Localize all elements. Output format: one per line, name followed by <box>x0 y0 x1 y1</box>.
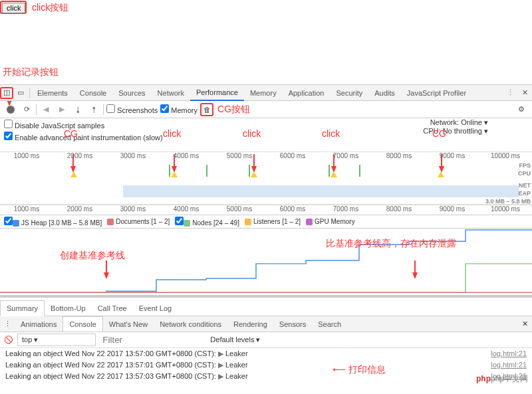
prev-icon[interactable]: ◀ <box>39 103 53 116</box>
console-messages: Leaking an object Wed Nov 22 2017 13:57:… <box>0 348 532 382</box>
console-row[interactable]: Leaking an object Wed Nov 22 2017 13:57:… <box>0 359 532 371</box>
next-icon[interactable]: ▶ <box>55 103 68 116</box>
tab-calltree[interactable]: Call Tree <box>92 301 133 316</box>
console-filter-input[interactable] <box>100 334 206 346</box>
save-icon[interactable]: ⭱ <box>87 103 100 116</box>
tab-bottomup[interactable]: Bottom-Up <box>45 301 92 316</box>
settings-icon[interactable]: ⚙ <box>515 103 528 116</box>
performance-options: Disable JavaScript samples Enable advanc… <box>4 118 528 142</box>
tab-network[interactable]: Network <box>152 86 190 100</box>
drawer-tab-whatsnew[interactable]: What's New <box>103 317 154 332</box>
console-row[interactable]: Leaking an object Wed Nov 22 2017 13:57:… <box>0 348 532 359</box>
clear-console-icon[interactable]: 🚫 <box>4 336 13 344</box>
drawer-tabs: ⋮ Animations Console What's New Network … <box>0 316 532 332</box>
network-throttling-select[interactable]: Network: Online ▾ <box>423 118 488 127</box>
drawer-close-icon[interactable]: ✕ <box>517 320 532 328</box>
documents-toggle[interactable]: Documents [1 – 2] <box>107 218 170 225</box>
annotation-start-record: 开始记录按钮 <box>3 66 59 78</box>
drawer-tab-sensors[interactable]: Sensors <box>273 317 312 332</box>
load-icon[interactable]: ⭳ <box>71 103 84 116</box>
devtools-tabs: ◫ ▭ Elements Console Sources Network Per… <box>0 84 532 101</box>
device-icon[interactable]: ▭ <box>13 88 28 97</box>
jsheap-toggle[interactable]: JS Heap [3.0 MB – 5.8 MB] <box>4 217 102 227</box>
tab-jsprofiler[interactable]: JavaScript Profiler <box>401 86 472 100</box>
tab-audits[interactable]: Audits <box>368 86 401 100</box>
console-row[interactable]: Leaking an object Wed Nov 22 2017 13:57:… <box>0 371 532 382</box>
click-button[interactable]: click <box>2 3 25 13</box>
timeline-ruler-detail[interactable]: 1000 ms2000 ms3000 ms4000 ms5000 ms6000 … <box>0 205 532 215</box>
reload-button[interactable]: ⟳ <box>20 103 33 116</box>
memory-checkbox[interactable]: Memory <box>160 104 198 114</box>
net-label: NET <box>519 182 531 189</box>
console-toolbar: 🚫 top ▾ Default levels ▾ <box>0 332 532 348</box>
enable-paint-checkbox[interactable]: Enable advanced paint instrumentation (s… <box>4 132 163 142</box>
annotation-click-button: click按钮 <box>32 2 68 14</box>
drawer-tab-console[interactable]: Console <box>63 316 102 332</box>
performance-toolbar: ⟳ ◀ ▶ ⭳ ⭱ Screenshots Memory 🗑 CG按钮 ⚙ <box>0 101 532 118</box>
annotation-cg-button: CG按钮 <box>217 104 250 116</box>
source-link[interactable]: log.html:21 <box>491 349 527 358</box>
details-tabs: Summary Bottom-Up Call Tree Event Log <box>0 300 532 316</box>
inspect-icon[interactable]: ◫ <box>0 87 13 99</box>
performance-overview[interactable]: FPS CPU NET HEAP 3.0 MB – 5.8 MB <box>0 162 532 205</box>
drawer-tab-network[interactable]: Network conditions <box>154 317 227 332</box>
close-icon[interactable]: ✕ <box>517 88 532 97</box>
heap-range: 3.0 MB – 5.8 MB <box>485 198 531 205</box>
fps-label: FPS <box>519 162 531 169</box>
drawer-tab-rendering[interactable]: Rendering <box>227 317 273 332</box>
tab-eventlog[interactable]: Event Log <box>133 301 178 316</box>
drawer-menu-icon[interactable]: ⋮ <box>0 320 15 328</box>
disable-js-samples-checkbox[interactable]: Disable JavaScript samples <box>4 120 104 130</box>
tab-sources[interactable]: Sources <box>112 86 151 100</box>
collect-garbage-button[interactable]: 🗑 <box>200 103 213 116</box>
screenshots-checkbox[interactable]: Screenshots <box>106 104 158 114</box>
record-button[interactable] <box>4 103 17 116</box>
drawer-tab-search[interactable]: Search <box>312 317 347 332</box>
nodes-toggle[interactable]: Nodes [24 – 49] <box>175 217 239 227</box>
tab-performance[interactable]: Performance <box>190 85 244 101</box>
tab-elements[interactable]: Elements <box>31 86 74 100</box>
tab-memory[interactable]: Memory <box>244 86 283 100</box>
cpu-throttling-select[interactable]: CPU: No throttling ▾ <box>423 127 488 136</box>
tab-application[interactable]: Application <box>283 86 331 100</box>
cpu-label: CPU <box>518 170 531 177</box>
tab-console[interactable]: Console <box>74 86 112 100</box>
listeners-toggle[interactable]: Listeners [1 – 2] <box>245 218 301 225</box>
log-levels-select[interactable]: Default levels ▾ <box>210 336 260 344</box>
memory-legend: JS Heap [3.0 MB – 5.8 MB] Documents [1 –… <box>0 215 532 229</box>
timeline-ruler-overview[interactable]: 1000 ms2000 ms3000 ms4000 ms5000 ms6000 … <box>0 151 532 162</box>
source-link[interactable]: log.html:21 <box>491 361 527 369</box>
memory-graph[interactable] <box>0 229 532 298</box>
context-select[interactable]: top ▾ <box>17 334 96 346</box>
drawer-tab-animations[interactable]: Animations <box>15 317 63 332</box>
more-icon[interactable]: ⋮ <box>503 88 517 97</box>
tab-summary[interactable]: Summary <box>0 300 45 316</box>
watermark: phpphp中文网 <box>476 373 528 385</box>
gpu-toggle[interactable]: GPU Memory <box>306 218 355 225</box>
tab-security[interactable]: Security <box>330 86 368 100</box>
